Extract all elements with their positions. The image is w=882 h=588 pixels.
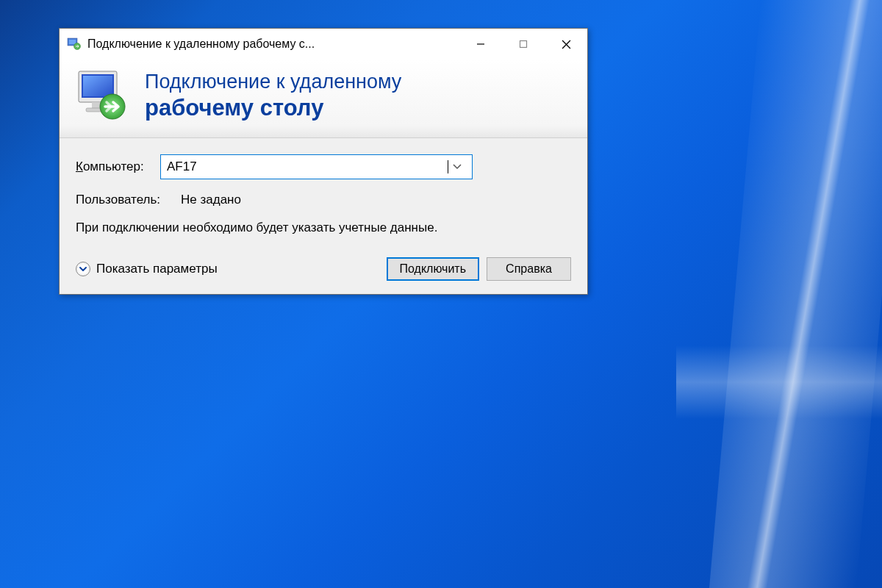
header-line1: Подключение к удаленному <box>145 70 401 93</box>
svg-rect-9 <box>83 76 112 96</box>
desktop-light-beam <box>709 0 882 588</box>
svg-rect-4 <box>520 41 527 48</box>
help-button[interactable]: Справка <box>487 257 571 281</box>
window-controls <box>459 29 587 60</box>
titlebar[interactable]: Подключение к удаленному рабочему с... <box>60 29 587 60</box>
rdp-dialog: Подключение к удаленному рабочему с... <box>59 28 588 295</box>
show-options-label: Показать параметры <box>96 262 218 276</box>
header-text: Подключение к удаленному рабочему столу <box>145 70 401 121</box>
computer-combobox[interactable] <box>160 154 473 179</box>
button-group: Подключить Справка <box>387 257 571 281</box>
bottom-row: Показать параметры Подключить Справка <box>76 257 571 281</box>
minimize-button[interactable] <box>459 29 502 60</box>
desktop-light-horizontal <box>676 345 882 419</box>
computer-input[interactable] <box>167 159 447 174</box>
close-button[interactable] <box>545 29 587 60</box>
info-text: При подключении необходимо будет указать… <box>76 219 571 237</box>
header-line2: рабочему столу <box>145 94 401 121</box>
computer-row: Компьютер: <box>76 154 571 179</box>
computer-label: Компьютер: <box>76 159 153 174</box>
connect-button[interactable]: Подключить <box>387 257 479 281</box>
window-title: Подключение к удаленному рабочему с... <box>87 37 459 51</box>
show-options-link[interactable]: Показать параметры <box>76 262 218 276</box>
rdp-header-icon <box>74 67 132 124</box>
chevron-down-icon[interactable] <box>448 164 466 170</box>
rdp-titlebar-icon <box>67 37 82 51</box>
user-row: Пользователь: Не задано <box>76 193 571 207</box>
user-label: Пользователь: <box>76 193 160 207</box>
expand-down-icon <box>76 262 90 276</box>
maximize-button[interactable] <box>502 29 545 60</box>
body-panel: Компьютер: Пользователь: Не задано При п… <box>60 138 587 294</box>
svg-rect-1 <box>69 40 76 44</box>
user-value: Не задано <box>181 193 241 207</box>
header-banner: Подключение к удаленному рабочему столу <box>60 60 587 138</box>
